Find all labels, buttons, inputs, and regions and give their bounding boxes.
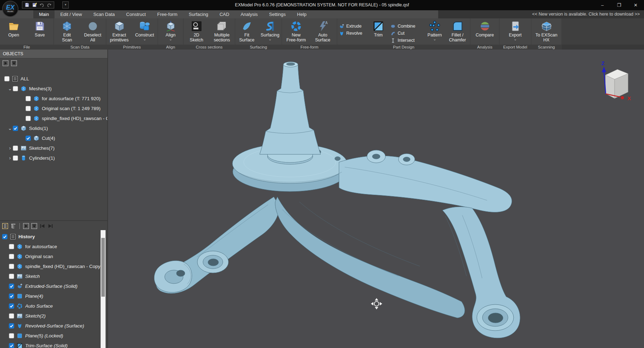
filter-icon[interactable]	[31, 223, 37, 229]
update-notification[interactable]: << New version is available. Click here …	[438, 10, 644, 18]
tree-item-auto-surface[interactable]: Auto Surface	[0, 301, 107, 311]
button-construct[interactable]: Construct⌄	[132, 20, 157, 41]
checkbox[interactable]	[9, 303, 14, 309]
checkbox[interactable]	[4, 76, 10, 81]
checkbox[interactable]	[9, 293, 14, 299]
button-deselect-all[interactable]: DeselectAll	[80, 20, 105, 42]
axis-gizmo[interactable]: Z X	[601, 60, 631, 101]
checkbox[interactable]	[26, 106, 31, 111]
checkbox[interactable]	[9, 274, 14, 279]
tree-item-trim-surface-solid[interactable]: Trim-Surface (Solid)	[0, 341, 107, 348]
chevron-down-icon[interactable]: ⌄	[7, 126, 13, 131]
tree-item-plane-4[interactable]: Plane(4)	[0, 291, 107, 301]
save-icon[interactable]	[24, 2, 29, 7]
button-auto-surface[interactable]: AAutoSurface	[310, 20, 335, 42]
checkbox[interactable]	[9, 323, 14, 329]
close-button[interactable]: ✕	[627, 0, 644, 10]
tree-item-sketch-2[interactable]: Sketch(2)	[0, 311, 107, 321]
tree-item-spindle-fixed-hd-rawscan-copy[interactable]: spindle_fixed (HD)_rawscan - Copy	[0, 113, 107, 123]
chevron-down-icon[interactable]: ⌄	[7, 86, 13, 91]
play-icon[interactable]	[23, 223, 29, 229]
button-fit-surface[interactable]: FitSurface	[235, 20, 259, 42]
checkbox[interactable]	[26, 116, 31, 121]
list-selected-icon[interactable]	[2, 223, 8, 229]
checkbox[interactable]	[9, 284, 14, 289]
tree-item-cut-4[interactable]: Cut(4)	[0, 133, 107, 143]
checkbox[interactable]	[9, 254, 14, 259]
undo-icon[interactable]	[39, 2, 44, 7]
chevron-right-icon[interactable]: ›	[7, 155, 13, 160]
quick-access-dropdown[interactable]: ▾	[62, 1, 69, 8]
checkbox[interactable]	[9, 343, 14, 348]
tree-item-spindle-fixed-hd-rawscan-copy[interactable]: spindle_fixed (HD)_rawscan - Copy	[0, 261, 107, 271]
tree-item-history[interactable]: History	[0, 232, 107, 241]
tree-item-all[interactable]: ALL	[0, 74, 107, 84]
tab-scan-data[interactable]: Scan Data	[87, 10, 120, 18]
filter-icon[interactable]	[11, 60, 17, 66]
viewport-3d[interactable]: Z X	[108, 50, 644, 348]
checkbox[interactable]	[9, 264, 14, 269]
button-extract-primitives[interactable]: Extractprimitives	[107, 20, 132, 42]
button-fillet-chamfer[interactable]: Fillet /Chamfer	[445, 20, 470, 42]
checkbox[interactable]	[2, 234, 7, 239]
checkbox[interactable]	[9, 244, 14, 249]
tree-item-for-autosurface[interactable]: for autosurface	[0, 241, 107, 251]
checkbox[interactable]	[9, 313, 14, 319]
button-align[interactable]: Align⌄	[158, 20, 183, 41]
chevron-right-icon[interactable]: ›	[7, 146, 13, 150]
button-to-exscan-hx[interactable]: To EXScanHX	[534, 20, 559, 42]
button-open[interactable]: Open	[1, 20, 26, 38]
history-scrollbar[interactable]	[101, 230, 106, 348]
redo-icon[interactable]	[47, 2, 52, 7]
tab-surfacing[interactable]: Surfacing	[183, 10, 214, 18]
button-surfacing[interactable]: Surfacing⌄	[259, 20, 282, 41]
button-multiple-sections[interactable]: Multiplesections	[209, 20, 234, 42]
play-icon[interactable]	[2, 60, 9, 66]
button-edit-scan[interactable]: EditScan	[55, 20, 79, 42]
button-extrude[interactable]: Extrude	[338, 23, 368, 30]
tree-item-original-scan-t-1-249-789[interactable]: Original scan (T: 1 249 789)	[0, 103, 107, 113]
skip-start-icon[interactable]	[39, 223, 45, 229]
checkbox[interactable]	[9, 333, 14, 338]
tree-item-plane-5-locked[interactable]: Plane(5) (Locked)	[0, 331, 107, 341]
tab-settings[interactable]: Settings	[264, 10, 292, 18]
checkbox[interactable]	[26, 136, 31, 141]
minimize-button[interactable]: –	[594, 0, 611, 10]
checkbox[interactable]	[13, 126, 18, 131]
button-trim[interactable]: Trim	[368, 20, 389, 38]
tab-edit-view[interactable]: Edit / View	[55, 10, 87, 18]
tree-item-meshes-3[interactable]: ⌄Meshes(3)	[0, 84, 107, 93]
save-as-icon[interactable]	[32, 2, 37, 7]
tab-main[interactable]: Main	[33, 10, 55, 18]
button-combine[interactable]: Combine	[389, 23, 424, 30]
tree-item-revolved-surface-surface[interactable]: Revolved-Surface (Surface)	[0, 321, 107, 331]
tree-item-cylinders-1[interactable]: ›Cylinders(1)	[0, 153, 107, 163]
tab-construct[interactable]: Construct	[120, 10, 152, 18]
checkbox[interactable]	[13, 146, 18, 151]
tab-free-form[interactable]: Free-form	[152, 10, 183, 18]
button-2d-sketch[interactable]: 2DSketch	[184, 20, 209, 42]
button-intersect[interactable]: Intersect	[389, 37, 424, 44]
button-new-free-form[interactable]: NewFree-form	[284, 20, 309, 42]
button-cut[interactable]: Cut	[389, 30, 424, 37]
tab-analysis[interactable]: Analysis	[235, 10, 263, 18]
tab-help[interactable]: Help	[292, 10, 312, 18]
tree-item-solids-1[interactable]: ⌄Solids(1)	[0, 123, 107, 133]
checkbox[interactable]	[13, 86, 18, 91]
tab-cad[interactable]: CAD	[214, 10, 235, 18]
tree-item-for-autosurface-t-771-920[interactable]: for autosurface (T: 771 920)	[0, 93, 107, 103]
tree-item-original-scan[interactable]: Original scan	[0, 251, 107, 261]
button-pattern[interactable]: Pattern⌄	[424, 20, 445, 41]
tree-item-sketches-7[interactable]: ›Sketches(7)	[0, 143, 107, 153]
tree-item-sketch[interactable]: Sketch	[0, 271, 107, 281]
tree-view-icon[interactable]	[10, 223, 16, 229]
maximize-button[interactable]: ❐	[611, 0, 627, 10]
button-save[interactable]: Save	[27, 20, 52, 38]
checkbox[interactable]	[13, 155, 18, 161]
skip-end-icon[interactable]	[47, 223, 53, 229]
button-revolve[interactable]: Revolve	[338, 30, 368, 37]
button-export[interactable]: Export⌄	[503, 20, 528, 41]
scrollbar-thumb[interactable]	[101, 238, 105, 297]
tree-item-extruded-surface-solid[interactable]: Extruded-Surface (Solid)	[0, 281, 107, 291]
checkbox[interactable]	[26, 96, 31, 101]
